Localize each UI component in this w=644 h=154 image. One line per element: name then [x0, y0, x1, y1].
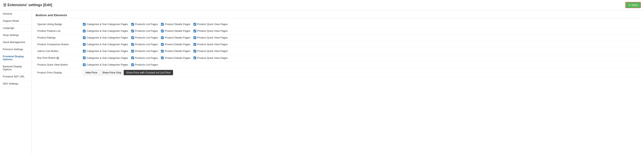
- table-row: Product Price DisplayHide PriceShow Pric…: [36, 68, 640, 77]
- checkbox-label[interactable]: Products List Pages: [131, 43, 158, 46]
- checkbox-input[interactable]: [131, 43, 134, 46]
- checkbox-input[interactable]: [83, 50, 86, 53]
- checkbox-input[interactable]: [131, 57, 134, 59]
- row-label: Special Listing Badge: [37, 23, 62, 26]
- table-row: Product Feature ListCategories & Sub Cat…: [36, 28, 640, 34]
- checkbox-input[interactable]: [161, 30, 164, 32]
- section-title: Buttons and Elements: [36, 13, 640, 18]
- checkbox-group: Categories & Sub Categories PagesProduct…: [83, 29, 638, 32]
- price-display-button[interactable]: Show Price Only: [100, 70, 124, 75]
- checkbox-group: Categories & Sub Categories PagesProduct…: [83, 57, 638, 59]
- checkbox-label[interactable]: Product Quick View Pages: [194, 29, 228, 32]
- row-label: Product Price Display: [37, 71, 62, 74]
- checkbox-text: Products List Pages: [135, 36, 158, 39]
- checkbox-label[interactable]: Product Quick View Pages: [194, 43, 228, 46]
- checkbox-label[interactable]: Products List Pages: [131, 50, 158, 53]
- checkbox-input[interactable]: [161, 43, 164, 46]
- save-button[interactable]: ✎ Save: [625, 2, 641, 8]
- checkbox-input[interactable]: [131, 50, 134, 53]
- checkbox-label[interactable]: Product Details Pages: [161, 36, 190, 39]
- table-row: Buy Now ButtoniCategories & Sub Categori…: [36, 55, 640, 61]
- checkbox-label[interactable]: Product Details Pages: [161, 50, 190, 53]
- page-header: ☰ Extensions' settings [Edit] ✎ Save: [0, 0, 644, 10]
- checkbox-text: Product Details Pages: [165, 57, 190, 59]
- checkbox-input[interactable]: [161, 50, 164, 53]
- checkbox-input[interactable]: [194, 57, 196, 59]
- checkbox-input[interactable]: [83, 23, 86, 26]
- price-display-button[interactable]: Show Price with Crossed out List Price: [124, 70, 173, 75]
- checkbox-label[interactable]: Categories & Sub Categories Pages: [83, 43, 128, 46]
- checkbox-input[interactable]: [83, 36, 86, 39]
- checkbox-text: Products List Pages: [135, 50, 158, 53]
- checkbox-label[interactable]: Categories & Sub Categories Pages: [83, 36, 128, 39]
- document-icon: ☰: [3, 3, 6, 7]
- checkbox-input[interactable]: [194, 36, 196, 39]
- checkbox-label[interactable]: Categories & Sub Categories Pages: [83, 29, 128, 32]
- sidebar-item-frontend-sef-url[interactable]: Frontend SEF URL: [0, 73, 32, 80]
- checkbox-input[interactable]: [83, 43, 86, 46]
- checkbox-text: Categories & Sub Categories Pages: [86, 43, 128, 46]
- checkbox-group: Categories & Sub Categories PagesProduct…: [83, 63, 638, 66]
- checkbox-input[interactable]: [83, 63, 86, 66]
- checkbox-input[interactable]: [131, 36, 134, 39]
- checkbox-input[interactable]: [161, 23, 164, 26]
- info-icon[interactable]: i: [56, 57, 59, 59]
- checkbox-label[interactable]: Products List Pages: [131, 63, 158, 66]
- table-row: Product Comparison ButtonCategories & Su…: [36, 41, 640, 48]
- checkbox-label[interactable]: Products List Pages: [131, 23, 158, 26]
- sidebar-item-seo-settings[interactable]: SEO Settings: [0, 80, 32, 87]
- checkbox-text: Products List Pages: [135, 23, 158, 26]
- checkbox-text: Product Details Pages: [165, 43, 190, 46]
- price-display-button[interactable]: Hide Price: [83, 70, 100, 75]
- checkbox-group: Categories & Sub Categories PagesProduct…: [83, 36, 638, 39]
- checkbox-label[interactable]: Product Details Pages: [161, 23, 190, 26]
- checkbox-text: Product Quick View Pages: [197, 57, 228, 59]
- checkbox-input[interactable]: [161, 36, 164, 39]
- checkbox-text: Categories & Sub Categories Pages: [86, 23, 128, 26]
- checkbox-label[interactable]: Product Quick View Pages: [194, 23, 228, 26]
- checkbox-label[interactable]: Product Details Pages: [161, 29, 190, 32]
- sidebar-item-language[interactable]: Language: [0, 24, 32, 32]
- sidebar-item-general[interactable]: General: [0, 10, 32, 17]
- checkbox-input[interactable]: [131, 30, 134, 32]
- sidebar-item-premium-settings[interactable]: Premium Settings: [0, 46, 32, 53]
- checkbox-text: Categories & Sub Categories Pages: [86, 63, 128, 66]
- sidebar-item-frontend-display-options[interactable]: Frontend Display Options: [0, 53, 32, 63]
- sidebar-item-shop-settings[interactable]: Shop Settings: [0, 32, 32, 39]
- checkbox-text: Products List Pages: [135, 29, 158, 32]
- checkbox-label[interactable]: Product Quick View Pages: [194, 57, 228, 59]
- checkbox-text: Products List Pages: [135, 57, 158, 59]
- checkbox-text: Product Quick View Pages: [197, 29, 228, 32]
- sidebar-item-support-mode[interactable]: Support Mode: [0, 17, 32, 24]
- checkbox-input[interactable]: [131, 63, 134, 66]
- checkbox-label[interactable]: Product Details Pages: [161, 57, 190, 59]
- sidebar-item-stock-management[interactable]: Stock Management: [0, 39, 32, 46]
- checkbox-input[interactable]: [194, 30, 196, 32]
- checkbox-input[interactable]: [83, 57, 86, 59]
- checkbox-label[interactable]: Product Quick View Pages: [194, 50, 228, 53]
- checkbox-group: Categories & Sub Categories PagesProduct…: [83, 23, 638, 26]
- checkbox-label[interactable]: Products List Pages: [131, 57, 158, 59]
- checkbox-label[interactable]: Categories & Sub Categories Pages: [83, 57, 128, 59]
- page-title: ☰ Extensions' settings [Edit]: [3, 3, 52, 7]
- row-label: Buy Now Button: [37, 56, 56, 59]
- checkbox-input[interactable]: [131, 23, 134, 26]
- checkbox-label[interactable]: Categories & Sub Categories Pages: [83, 63, 128, 66]
- checkbox-label[interactable]: Categories & Sub Categories Pages: [83, 23, 128, 26]
- checkbox-label[interactable]: Product Details Pages: [161, 43, 190, 46]
- main-content: Buttons and Elements Special Listing Bad…: [32, 10, 644, 154]
- checkbox-input[interactable]: [83, 30, 86, 32]
- checkbox-input[interactable]: [161, 57, 164, 59]
- checkbox-label[interactable]: Products List Pages: [131, 29, 158, 32]
- checkbox-label[interactable]: Categories & Sub Categories Pages: [83, 50, 128, 53]
- checkbox-input[interactable]: [194, 23, 196, 26]
- checkbox-input[interactable]: [194, 50, 196, 53]
- checkbox-input[interactable]: [194, 43, 196, 46]
- checkbox-label[interactable]: Products List Pages: [131, 36, 158, 39]
- checkbox-text: Product Quick View Pages: [197, 43, 228, 46]
- sidebar-item-backend-display-options[interactable]: Backend Display Options: [0, 63, 32, 73]
- layout: GeneralSupport ModeLanguageShop Settings…: [0, 10, 644, 154]
- checkbox-text: Products List Pages: [135, 43, 158, 46]
- checkbox-label[interactable]: Product Quick View Pages: [194, 36, 228, 39]
- table-row: Product RatingsCategories & Sub Categori…: [36, 34, 640, 41]
